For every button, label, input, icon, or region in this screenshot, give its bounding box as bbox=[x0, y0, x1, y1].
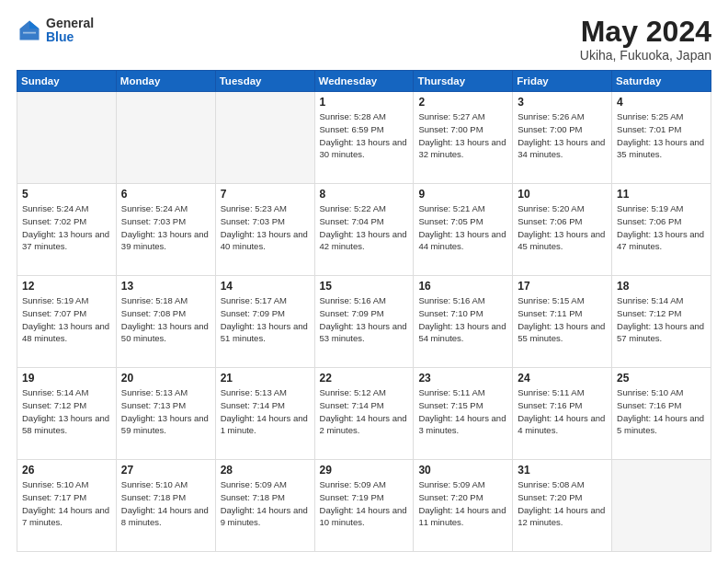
calendar-week-row: 5Sunrise: 5:24 AM Sunset: 7:02 PM Daylig… bbox=[17, 184, 711, 276]
table-row: 23Sunrise: 5:11 AM Sunset: 7:15 PM Dayli… bbox=[414, 368, 513, 460]
day-info: Sunrise: 5:15 AM Sunset: 7:11 PM Dayligh… bbox=[518, 294, 607, 345]
table-row: 28Sunrise: 5:09 AM Sunset: 7:18 PM Dayli… bbox=[215, 460, 314, 552]
day-info: Sunrise: 5:18 AM Sunset: 7:08 PM Dayligh… bbox=[121, 294, 210, 345]
table-row: 10Sunrise: 5:20 AM Sunset: 7:06 PM Dayli… bbox=[513, 184, 612, 276]
table-row: 29Sunrise: 5:09 AM Sunset: 7:19 PM Dayli… bbox=[314, 460, 414, 552]
table-row: 20Sunrise: 5:13 AM Sunset: 7:13 PM Dayli… bbox=[116, 368, 215, 460]
table-row: 15Sunrise: 5:16 AM Sunset: 7:09 PM Dayli… bbox=[314, 276, 414, 368]
day-info: Sunrise: 5:11 AM Sunset: 7:16 PM Dayligh… bbox=[518, 386, 607, 437]
day-info: Sunrise: 5:09 AM Sunset: 7:19 PM Dayligh… bbox=[320, 478, 409, 529]
table-row: 30Sunrise: 5:09 AM Sunset: 7:20 PM Dayli… bbox=[414, 460, 513, 552]
day-number: 3 bbox=[518, 96, 607, 109]
day-number: 16 bbox=[418, 280, 507, 293]
table-row: 13Sunrise: 5:18 AM Sunset: 7:08 PM Dayli… bbox=[116, 276, 215, 368]
day-number: 1 bbox=[320, 96, 409, 109]
table-row bbox=[612, 460, 711, 552]
day-number: 17 bbox=[518, 280, 607, 293]
day-number: 20 bbox=[121, 372, 210, 385]
day-info: Sunrise: 5:20 AM Sunset: 7:06 PM Dayligh… bbox=[518, 202, 607, 253]
day-number: 22 bbox=[320, 372, 409, 385]
day-info: Sunrise: 5:10 AM Sunset: 7:17 PM Dayligh… bbox=[22, 478, 111, 529]
table-row: 11Sunrise: 5:19 AM Sunset: 7:06 PM Dayli… bbox=[612, 184, 711, 276]
day-info: Sunrise: 5:21 AM Sunset: 7:05 PM Dayligh… bbox=[418, 202, 507, 253]
header-sunday: Sunday bbox=[17, 71, 117, 92]
table-row: 1Sunrise: 5:28 AM Sunset: 6:59 PM Daylig… bbox=[314, 92, 414, 184]
header-monday: Monday bbox=[116, 71, 215, 92]
day-info: Sunrise: 5:26 AM Sunset: 7:00 PM Dayligh… bbox=[518, 110, 607, 161]
day-info: Sunrise: 5:17 AM Sunset: 7:09 PM Dayligh… bbox=[221, 294, 310, 345]
day-number: 26 bbox=[22, 464, 111, 477]
day-info: Sunrise: 5:25 AM Sunset: 7:01 PM Dayligh… bbox=[617, 110, 706, 161]
day-info: Sunrise: 5:19 AM Sunset: 7:07 PM Dayligh… bbox=[22, 294, 111, 345]
header-thursday: Thursday bbox=[414, 71, 513, 92]
calendar-table: Sunday Monday Tuesday Wednesday Thursday… bbox=[17, 70, 711, 552]
table-row: 26Sunrise: 5:10 AM Sunset: 7:17 PM Dayli… bbox=[17, 460, 117, 552]
calendar-week-row: 12Sunrise: 5:19 AM Sunset: 7:07 PM Dayli… bbox=[17, 276, 711, 368]
day-number: 18 bbox=[617, 280, 706, 293]
day-info: Sunrise: 5:27 AM Sunset: 7:00 PM Dayligh… bbox=[418, 110, 507, 161]
day-info: Sunrise: 5:11 AM Sunset: 7:15 PM Dayligh… bbox=[418, 386, 507, 437]
day-number: 28 bbox=[221, 464, 310, 477]
page: General Blue May 2024 Ukiha, Fukuoka, Ja… bbox=[0, 0, 728, 563]
table-row: 22Sunrise: 5:12 AM Sunset: 7:14 PM Dayli… bbox=[314, 368, 414, 460]
day-info: Sunrise: 5:12 AM Sunset: 7:14 PM Dayligh… bbox=[320, 386, 409, 437]
day-info: Sunrise: 5:14 AM Sunset: 7:12 PM Dayligh… bbox=[617, 294, 706, 345]
day-info: Sunrise: 5:09 AM Sunset: 7:18 PM Dayligh… bbox=[221, 478, 310, 529]
table-row: 14Sunrise: 5:17 AM Sunset: 7:09 PM Dayli… bbox=[215, 276, 314, 368]
table-row: 19Sunrise: 5:14 AM Sunset: 7:12 PM Dayli… bbox=[17, 368, 117, 460]
table-row: 12Sunrise: 5:19 AM Sunset: 7:07 PM Dayli… bbox=[17, 276, 117, 368]
day-number: 7 bbox=[221, 188, 310, 201]
logo: General Blue bbox=[17, 17, 94, 45]
day-info: Sunrise: 5:10 AM Sunset: 7:18 PM Dayligh… bbox=[121, 478, 210, 529]
calendar-week-row: 26Sunrise: 5:10 AM Sunset: 7:17 PM Dayli… bbox=[17, 460, 711, 552]
day-info: Sunrise: 5:24 AM Sunset: 7:03 PM Dayligh… bbox=[121, 202, 210, 253]
day-info: Sunrise: 5:23 AM Sunset: 7:03 PM Dayligh… bbox=[221, 202, 310, 253]
header-wednesday: Wednesday bbox=[314, 71, 414, 92]
day-number: 31 bbox=[518, 464, 607, 477]
table-row bbox=[116, 92, 215, 184]
day-info: Sunrise: 5:16 AM Sunset: 7:10 PM Dayligh… bbox=[418, 294, 507, 345]
day-number: 13 bbox=[121, 280, 210, 293]
day-number: 21 bbox=[221, 372, 310, 385]
table-row: 17Sunrise: 5:15 AM Sunset: 7:11 PM Dayli… bbox=[513, 276, 612, 368]
day-number: 9 bbox=[418, 188, 507, 201]
title-location: Ukiha, Fukuoka, Japan bbox=[580, 48, 711, 63]
day-number: 15 bbox=[320, 280, 409, 293]
table-row: 31Sunrise: 5:08 AM Sunset: 7:20 PM Dayli… bbox=[513, 460, 612, 552]
day-number: 11 bbox=[617, 188, 706, 201]
day-info: Sunrise: 5:19 AM Sunset: 7:06 PM Dayligh… bbox=[617, 202, 706, 253]
day-info: Sunrise: 5:13 AM Sunset: 7:13 PM Dayligh… bbox=[121, 386, 210, 437]
day-number: 24 bbox=[518, 372, 607, 385]
table-row: 9Sunrise: 5:21 AM Sunset: 7:05 PM Daylig… bbox=[414, 184, 513, 276]
logo-blue-text: Blue bbox=[46, 30, 94, 44]
day-number: 5 bbox=[22, 188, 111, 201]
day-number: 30 bbox=[418, 464, 507, 477]
weekday-header-row: Sunday Monday Tuesday Wednesday Thursday… bbox=[17, 71, 711, 92]
table-row: 8Sunrise: 5:22 AM Sunset: 7:04 PM Daylig… bbox=[314, 184, 414, 276]
day-number: 2 bbox=[418, 96, 507, 109]
day-number: 27 bbox=[121, 464, 210, 477]
logo-general-text: General bbox=[46, 17, 94, 30]
day-number: 23 bbox=[418, 372, 507, 385]
table-row bbox=[215, 92, 314, 184]
table-row: 5Sunrise: 5:24 AM Sunset: 7:02 PM Daylig… bbox=[17, 184, 117, 276]
day-info: Sunrise: 5:24 AM Sunset: 7:02 PM Dayligh… bbox=[22, 202, 111, 253]
day-number: 19 bbox=[22, 372, 111, 385]
logo-text: General Blue bbox=[46, 17, 94, 45]
day-info: Sunrise: 5:22 AM Sunset: 7:04 PM Dayligh… bbox=[320, 202, 409, 253]
calendar-week-row: 19Sunrise: 5:14 AM Sunset: 7:12 PM Dayli… bbox=[17, 368, 711, 460]
header-tuesday: Tuesday bbox=[215, 71, 314, 92]
day-number: 29 bbox=[320, 464, 409, 477]
day-info: Sunrise: 5:10 AM Sunset: 7:16 PM Dayligh… bbox=[617, 386, 706, 437]
svg-marker-1 bbox=[29, 21, 40, 29]
header-saturday: Saturday bbox=[612, 71, 711, 92]
table-row: 25Sunrise: 5:10 AM Sunset: 7:16 PM Dayli… bbox=[612, 368, 711, 460]
day-number: 4 bbox=[617, 96, 706, 109]
calendar-week-row: 1Sunrise: 5:28 AM Sunset: 6:59 PM Daylig… bbox=[17, 92, 711, 184]
day-info: Sunrise: 5:16 AM Sunset: 7:09 PM Dayligh… bbox=[320, 294, 409, 345]
table-row: 2Sunrise: 5:27 AM Sunset: 7:00 PM Daylig… bbox=[414, 92, 513, 184]
table-row: 16Sunrise: 5:16 AM Sunset: 7:10 PM Dayli… bbox=[414, 276, 513, 368]
table-row: 3Sunrise: 5:26 AM Sunset: 7:00 PM Daylig… bbox=[513, 92, 612, 184]
day-number: 25 bbox=[617, 372, 706, 385]
table-row: 4Sunrise: 5:25 AM Sunset: 7:01 PM Daylig… bbox=[612, 92, 711, 184]
